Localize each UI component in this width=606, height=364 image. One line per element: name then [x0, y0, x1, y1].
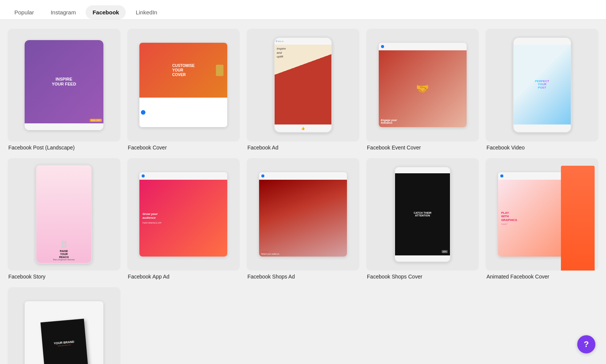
- template-item-fb-ad[interactable]: f New at Inspireanduplift 👍 Facebook Ad: [247, 29, 359, 151]
- thumb-fb-shopscover: CATCH THEIRATTENTION 60%: [366, 158, 479, 271]
- fb-event-fb-icon: [381, 45, 384, 48]
- fb-shopsad-reach: Reach your audience: [261, 253, 345, 255]
- fb-shopsad-fb-icon: [261, 174, 264, 177]
- template-item-fb-cover[interactable]: CUSTOMISEYOURCOVER Facebook Cover: [127, 29, 240, 151]
- template-item-fb-app-ad[interactable]: Grow youraudience PERFORMANCE APP Facebo…: [127, 158, 240, 280]
- fb-post-inspire-text: INSPIREYOUR FEED: [52, 77, 76, 87]
- fb-video-text: PERFECTYOURPOST: [535, 80, 549, 90]
- fb-cover-fb-icon: [141, 110, 145, 115]
- thumb-fb-appad: Grow youraudience PERFORMANCE APP: [127, 158, 240, 271]
- template-item-fb-shops-logo[interactable]: YOUR BRAND www.yourstore.com Facebook Sh…: [8, 287, 120, 364]
- fb-event-text: Engage yourfollowers: [381, 119, 397, 124]
- fb-animated-fb-icon: [500, 174, 503, 177]
- template-item-fb-shops-cover[interactable]: CATCH THEIRATTENTION 60% Facebook Shops …: [366, 158, 479, 280]
- fb-shopscover-text: CATCH THEIRATTENTION: [414, 212, 431, 217]
- fb-story-number: 8: [61, 239, 67, 250]
- template-item-fb-video[interactable]: PERFECTYOURPOST Facebook Video: [486, 29, 598, 151]
- fb-cover-decoration: [216, 65, 223, 76]
- main-content: INSPIREYOUR FEED 60% OFF Facebook Post (…: [0, 20, 606, 364]
- fb-cover-text: CUSTOMISEYOURCOVER: [172, 64, 195, 77]
- tab-linkedin[interactable]: LinkedIn: [129, 5, 164, 19]
- fb-story-raise-text: RAISEYOURREACH: [59, 250, 69, 258]
- fb-app-ad-label: Facebook App Ad: [127, 274, 240, 280]
- fb-ad-label: Facebook Ad: [247, 145, 359, 151]
- fb-story-brand: Mara Jorgensen Skincare: [53, 258, 75, 261]
- tab-popular[interactable]: Popular: [8, 5, 41, 19]
- fb-cover-label: Facebook Cover: [127, 145, 240, 151]
- thumb-fb-shopslogo: YOUR BRAND www.yourstore.com: [8, 287, 120, 364]
- template-item-fb-shops-ad[interactable]: natura Reach your audience Facebook Shop…: [247, 158, 359, 280]
- thumb-fb-cover: CUSTOMISEYOURCOVER: [127, 29, 240, 142]
- fb-appad-fb-icon: [142, 174, 145, 177]
- fb-shops-ad-label: Facebook Shops Ad: [247, 274, 359, 280]
- fb-post-landscape-label: Facebook Post (Landscape): [8, 145, 120, 151]
- thumb-fb-story: 8 RAISEYOURREACH Mara Jorgensen Skincare: [8, 158, 120, 271]
- fb-animated-cover-label: Animated Facebook Cover: [486, 274, 598, 280]
- thumb-fb-post-landscape: INSPIREYOUR FEED 60% OFF: [8, 29, 120, 142]
- thumb-fb-video: PERFECTYOURPOST: [486, 29, 598, 142]
- fb-appad-text: Grow youraudience: [142, 212, 161, 220]
- thumb-fb-event: 🤝 Engage yourfollowers: [366, 29, 479, 142]
- thumb-fb-animated: PLAYWITHGRAPHICS Inspire*: [486, 158, 598, 271]
- tabs-bar: Popular Instagram Facebook LinkedIn: [0, 0, 606, 20]
- template-item-fb-post-landscape[interactable]: INSPIREYOUR FEED 60% OFF Facebook Post (…: [8, 29, 120, 151]
- tab-facebook[interactable]: Facebook: [86, 5, 126, 19]
- fb-ad-like-icon: 👍: [301, 127, 305, 130]
- help-button[interactable]: ?: [577, 335, 595, 353]
- fb-post-badge: 60% OFF: [90, 119, 102, 122]
- fb-ad-inspire-text: Inspireanduplift: [277, 47, 286, 59]
- fb-shops-cover-label: Facebook Shops Cover: [366, 274, 479, 280]
- fb-story-label: Facebook Story: [8, 274, 120, 280]
- template-item-fb-event-cover[interactable]: 🤝 Engage yourfollowers Facebook Event Co…: [366, 29, 479, 151]
- template-item-fb-story[interactable]: 8 RAISEYOURREACH Mara Jorgensen Skincare…: [8, 158, 120, 280]
- thumb-fb-ad: f New at Inspireanduplift 👍: [247, 29, 359, 142]
- template-item-fb-animated-cover[interactable]: PLAYWITHGRAPHICS Inspire* Animated Faceb…: [486, 158, 598, 280]
- tab-instagram[interactable]: Instagram: [44, 5, 83, 19]
- fb-event-cover-label: Facebook Event Cover: [366, 145, 479, 151]
- fb-animated-text: PLAYWITHGRAPHICS: [501, 211, 517, 222]
- template-grid: INSPIREYOUR FEED 60% OFF Facebook Post (…: [8, 29, 598, 364]
- fb-video-label: Facebook Video: [486, 145, 598, 151]
- thumb-fb-shopsad: natura Reach your audience: [247, 158, 359, 271]
